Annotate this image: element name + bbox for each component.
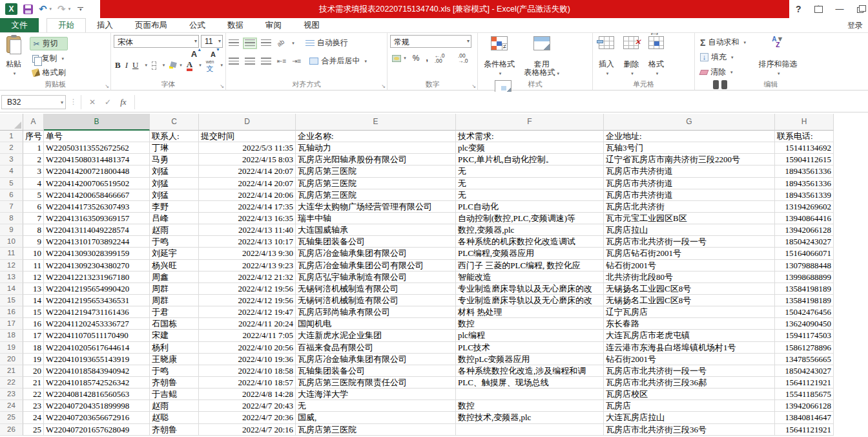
cell-F5[interactable]: 无: [456, 178, 604, 189]
cell-H26[interactable]: 15641121921: [775, 424, 834, 436]
row-header-16[interactable]: 16: [0, 306, 23, 318]
cell-C19[interactable]: 杨利: [150, 342, 199, 354]
decrease-indent-icon[interactable]: ⇤≡: [277, 58, 286, 65]
cell-B14[interactable]: W220412195654990420: [44, 283, 150, 295]
cell-E4[interactable]: 瓦房店第三医院: [296, 165, 456, 177]
cell-G15[interactable]: 无锡扬名工业园C区8号: [604, 295, 775, 306]
cell-G7[interactable]: 瓦房店北共济街: [604, 201, 775, 213]
cell-C7[interactable]: 李野: [150, 201, 199, 213]
cell-G18[interactable]: 大连瓦房店市老虎屯镇: [604, 330, 775, 341]
clear-button[interactable]: 清除▾: [698, 66, 749, 78]
cell-D21[interactable]: 2022/4/10 18:58: [199, 365, 296, 377]
cell-H9[interactable]: 13942066128: [775, 224, 834, 236]
cell-E9[interactable]: 大连国威轴承: [296, 224, 456, 236]
cell-B19[interactable]: W220410205617644614: [44, 342, 150, 354]
phonetic-guide-icon[interactable]: wén文: [206, 59, 214, 72]
cell-E18[interactable]: 大连新虎水泥企业集团: [296, 330, 456, 341]
save-icon[interactable]: [23, 5, 33, 14]
help-icon[interactable]: ?: [796, 4, 801, 14]
cell-F13[interactable]: 智能改造: [456, 272, 604, 283]
insert-cells-button[interactable]: 插入▾: [595, 35, 617, 79]
cell-E17[interactable]: 国闻机电: [296, 318, 456, 330]
cell-C10[interactable]: 于鸣: [150, 236, 199, 248]
row-header-5[interactable]: 5: [0, 178, 23, 189]
cell-F2[interactable]: plc变频: [456, 142, 604, 154]
column-header-B[interactable]: B: [44, 114, 150, 131]
cell-G1[interactable]: 企业地址:: [604, 131, 775, 142]
cell-D9[interactable]: 2022/4/13 11:40: [199, 224, 296, 236]
cell-C20[interactable]: 王晓康: [150, 354, 199, 365]
cell-C12[interactable]: 杨兴旺: [150, 260, 199, 272]
cell-H22[interactable]: 15641121921: [775, 377, 834, 389]
row-header-22[interactable]: 22: [0, 377, 23, 389]
increase-font-size-icon[interactable]: A▲: [189, 49, 204, 59]
top-align-icon[interactable]: [229, 39, 239, 47]
decrease-decimal-icon[interactable]: .00 →.0: [458, 53, 475, 63]
paste-button[interactable]: 粘贴▾: [3, 35, 25, 79]
cell-A22[interactable]: 21: [23, 377, 44, 389]
cell-F16[interactable]: 材料 热处理: [456, 306, 604, 318]
tab-data[interactable]: 数据: [216, 18, 254, 32]
cell-G10[interactable]: 瓦房店市北共济街一段一号: [604, 236, 775, 248]
cell-G21[interactable]: 瓦房店市北共济街一段一号: [604, 365, 775, 377]
cell-G13[interactable]: 北共济街北段80号: [604, 272, 775, 283]
confirm-entry-icon[interactable]: ✓: [105, 98, 111, 107]
cell-B22[interactable]: W220410185742526342: [44, 377, 150, 389]
cell-C1[interactable]: 联系人:: [150, 131, 199, 142]
format-painter-button[interactable]: 格式刷: [30, 67, 68, 79]
cell-D16[interactable]: 2022/4/12 19:47: [199, 306, 296, 318]
cell-F7[interactable]: PLC自动化: [456, 201, 604, 213]
cell-B15[interactable]: W220412195653436531: [44, 295, 150, 306]
cell-D13[interactable]: 2022/4/12 21:32: [199, 272, 296, 283]
borders-icon[interactable]: [152, 61, 156, 70]
cell-E5[interactable]: 瓦房店第三医院: [296, 178, 456, 189]
cell-B9[interactable]: W220413114049228574: [44, 224, 150, 236]
row-header-13[interactable]: 13: [0, 272, 23, 283]
column-header-G[interactable]: G: [604, 114, 775, 131]
tab-home[interactable]: 开始: [46, 18, 86, 32]
cell-B25[interactable]: W220407203656672916: [44, 412, 150, 423]
cell-G23[interactable]: 瓦房店校区: [604, 389, 775, 400]
wrap-text-button[interactable]: 自动换行: [303, 37, 351, 49]
cell-B6[interactable]: W220414200658466667: [44, 189, 150, 201]
cell-H5[interactable]: 18943561336: [775, 178, 834, 189]
middle-align-icon[interactable]: [245, 39, 255, 47]
cell-G8[interactable]: 瓦市元宝工业园区B区: [604, 213, 775, 224]
fill-color-icon[interactable]: [169, 62, 173, 69]
align-left-icon[interactable]: [229, 58, 239, 65]
decrease-font-size-icon[interactable]: A▼: [208, 50, 223, 58]
merge-center-button[interactable]: 合并后居中▾: [307, 55, 369, 67]
cell-D8[interactable]: 2022/4/13 16:35: [199, 213, 296, 224]
cell-A20[interactable]: 19: [23, 354, 44, 365]
cell-F17[interactable]: 数控: [456, 318, 604, 330]
restore-icon[interactable]: [857, 7, 863, 13]
cell-E14[interactable]: 无锡钶涪机械制造有限公司: [296, 283, 456, 295]
format-cells-button[interactable]: ⟷ 格式▾: [645, 35, 667, 79]
cell-D25[interactable]: 2022/4/7 20:36: [199, 412, 296, 423]
font-dialog-launcher-icon[interactable]: ↘: [220, 83, 224, 89]
cell-G22[interactable]: 瓦房店市北共济街三段36郝: [604, 377, 775, 389]
row-header-23[interactable]: 23: [0, 389, 23, 400]
cell-E15[interactable]: 无锡钶涪机械制造有限公司: [296, 295, 456, 306]
cell-B16[interactable]: W220412194731161436: [44, 306, 150, 318]
cell-H21[interactable]: 18504243027: [775, 365, 834, 377]
cell-D11[interactable]: 2022/4/13 9:30: [199, 248, 296, 259]
cell-H3[interactable]: 15904112615: [775, 154, 834, 165]
cell-H23[interactable]: 15541185675: [775, 389, 834, 400]
row-header-12[interactable]: 12: [0, 260, 23, 272]
cut-button[interactable]: ✂剪切: [30, 37, 68, 50]
cell-B1[interactable]: 单号: [44, 131, 150, 142]
undo-icon[interactable]: ↶: [39, 5, 47, 14]
redo-caret-icon[interactable]: ▾: [68, 6, 71, 12]
cell-G24[interactable]: 瓦房店: [604, 400, 775, 412]
cell-E20[interactable]: 瓦房店冶金轴承集团有限公司: [296, 354, 456, 365]
cell-D19[interactable]: 2022/4/10 20:56: [199, 342, 296, 354]
row-header-7[interactable]: 7: [0, 201, 23, 213]
cell-E26[interactable]: 瓦房店第三医院: [296, 424, 456, 436]
underline-icon[interactable]: U: [132, 60, 138, 70]
cell-C17[interactable]: 石国栋: [150, 318, 199, 330]
increase-decimal-icon[interactable]: ←.0 .00: [435, 53, 451, 63]
cell-A14[interactable]: 13: [23, 283, 44, 295]
cell-C18[interactable]: 宋建: [150, 330, 199, 341]
cell-D22[interactable]: 2022/4/10 18:57: [199, 377, 296, 389]
